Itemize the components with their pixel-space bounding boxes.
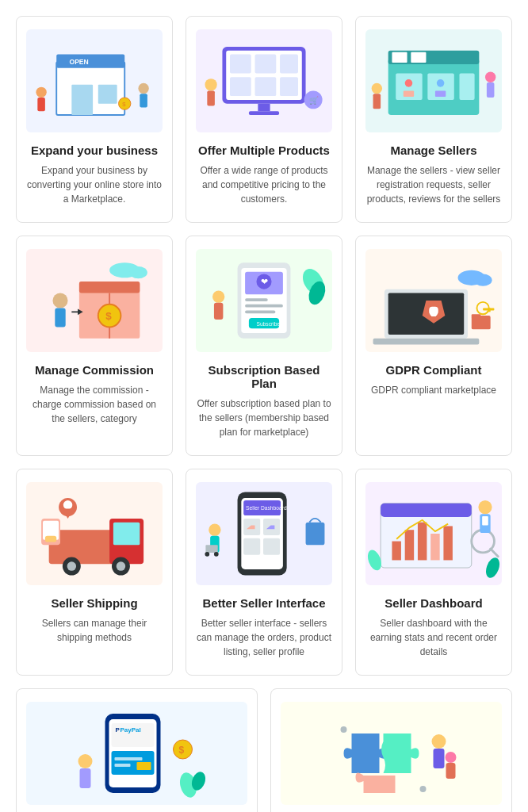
card-manage-payout: P PayPal $ Mana [16,688,258,812]
card-desc-gdpr: GDPR compliant marketplace [365,383,502,397]
svg-text:❤: ❤ [261,277,268,286]
svg-point-64 [212,291,224,303]
card-desc-expand: Expand your business by converting your … [26,163,163,206]
svg-rect-57 [245,298,268,301]
card-desc-sellers: Manage the sellers - view seller registr… [365,163,502,206]
card-better-interface: Seller Dashboard [186,469,342,676]
svg-point-51 [129,266,147,278]
svg-rect-58 [245,304,283,308]
svg-rect-127 [115,757,143,760]
svg-rect-4 [98,85,117,104]
svg-point-35 [437,79,445,87]
svg-rect-20 [258,104,270,112]
svg-point-102 [209,524,220,536]
features-grid: OPEN BUY $ Expand your business Expand y… [16,16,512,676]
card-desc-products: Offer a wide range of products and compe… [196,163,332,206]
svg-rect-108 [381,504,472,517]
svg-point-88 [63,500,72,509]
svg-rect-118 [482,516,488,525]
card-title-sellers: Manage Sellers [365,144,502,157]
svg-rect-3 [71,85,93,115]
card-image-interface: Seller Dashboard [196,482,332,585]
card-desc-commission: Manage the commission - charge commissio… [26,383,163,426]
svg-point-84 [67,561,76,570]
svg-rect-32 [459,73,474,99]
card-image-addons [281,702,502,805]
card-image-gdpr [365,249,502,352]
card-title-shipping: Seller Shipping [26,596,163,610]
card-title-commission: Manage Commission [26,363,163,377]
card-seller-dashboard: Seller Dashboard Seller dashboard with t… [355,469,512,676]
svg-rect-65 [214,303,223,320]
card-title-expand: Expand your business [26,144,163,157]
card-image-payout: P PayPal $ [26,702,247,805]
svg-rect-79 [472,314,480,318]
card-desc-shipping: Sellers can manage their shipping method… [26,616,163,645]
svg-text:$: $ [105,310,112,322]
svg-point-24 [205,79,216,90]
svg-rect-29 [411,52,426,63]
svg-rect-77 [488,308,491,312]
svg-point-75 [476,302,488,314]
svg-rect-1 [56,55,124,68]
svg-rect-18 [255,77,277,96]
svg-point-138 [446,752,457,763]
svg-text:BUY: BUY [63,71,74,76]
svg-point-132 [78,754,93,768]
svg-rect-14 [230,55,251,74]
card-image-dashboard [365,482,502,585]
svg-rect-28 [392,52,407,63]
svg-rect-112 [430,534,439,560]
svg-rect-109 [392,542,400,561]
svg-rect-42 [79,282,140,293]
card-title-interface: Better Seller Interface [196,596,332,610]
svg-line-115 [491,549,499,557]
svg-point-105 [205,552,209,557]
svg-rect-113 [443,526,452,560]
svg-rect-128 [115,764,131,767]
svg-point-37 [372,83,382,94]
card-seller-shipping: Seller Shipping Sellers can manage their… [16,469,173,676]
card-desc-subscription: Offer subscription based plan to the sel… [196,396,332,439]
svg-rect-133 [80,768,91,788]
svg-rect-92 [45,536,56,542]
svg-rect-68 [373,339,480,345]
card-image-expand: OPEN BUY $ [26,29,163,132]
svg-rect-38 [373,94,381,109]
card-image-subscription: ❤ Subscribe [196,249,332,352]
svg-rect-139 [446,763,456,779]
card-image-shipping [26,482,163,585]
svg-text:OPEN: OPEN [69,58,88,66]
svg-rect-101 [306,523,325,546]
svg-rect-16 [280,55,298,74]
svg-rect-15 [255,55,277,74]
svg-point-106 [214,552,219,557]
svg-rect-110 [405,530,414,560]
card-manage-sellers: Manage Sellers Manage the sellers - view… [355,16,512,223]
svg-point-86 [117,561,125,570]
svg-point-33 [405,79,413,87]
svg-point-141 [420,786,427,792]
features-grid-bottom: P PayPal $ Mana [16,688,512,812]
svg-point-120 [484,556,502,580]
svg-rect-129 [137,762,151,770]
svg-rect-9 [140,94,147,107]
svg-rect-21 [249,111,279,115]
svg-point-136 [432,734,446,749]
card-title-gdpr: GDPR Compliant [365,363,502,377]
svg-point-46 [52,293,67,308]
svg-point-74 [474,274,492,286]
svg-rect-100 [263,538,280,555]
main-container: OPEN BUY $ Expand your business Expand y… [16,16,512,812]
svg-text:$: $ [122,101,126,108]
svg-point-8 [138,83,148,94]
svg-rect-137 [434,749,445,768]
card-subscription: ❤ Subscribe Subscription Based Plan Offe… [186,236,342,456]
card-supportive-addons: Supportive Addons Additional supportive … [270,688,512,812]
svg-rect-47 [55,308,65,327]
card-title-products: Offer Multiple Products [196,144,332,157]
card-title-dashboard: Seller Dashboard [365,596,502,610]
svg-point-6 [36,87,46,98]
svg-rect-99 [243,538,260,555]
card-offer-products: 🛒 Offer Multiple Products Offer a wide r… [186,16,342,223]
